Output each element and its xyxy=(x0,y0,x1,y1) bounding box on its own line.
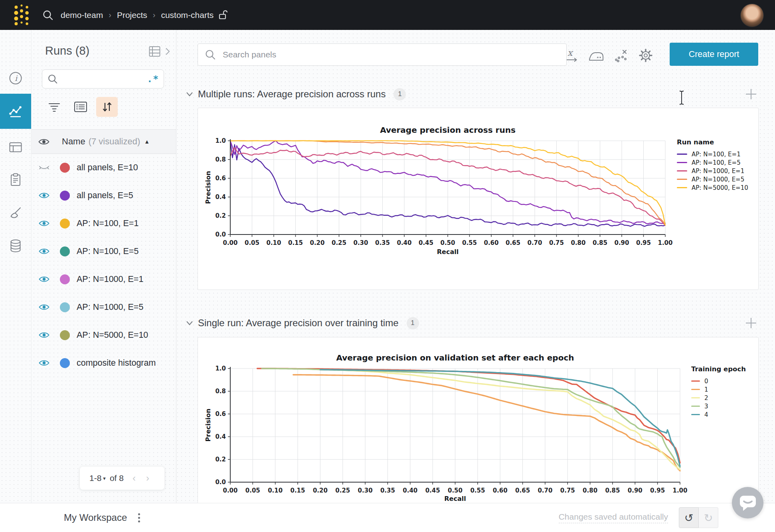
svg-text:0.35: 0.35 xyxy=(375,239,390,246)
x-axis-settings-button[interactable]: x xyxy=(563,47,581,64)
svg-text:0.60: 0.60 xyxy=(493,487,508,494)
autosave-status[interactable]: Changes saved automatically xyxy=(559,512,668,523)
search-icon xyxy=(42,9,54,21)
chart-legend: Training epoch01234 xyxy=(691,365,746,419)
section-header-multiple-runs: Multiple runs: Average precision across … xyxy=(184,86,406,102)
run-visibility-toggle[interactable] xyxy=(32,303,56,311)
run-visibility-toggle[interactable] xyxy=(32,248,56,255)
run-visibility-toggle[interactable] xyxy=(32,164,56,171)
panel-card-average-precision-across-runs[interactable]: 0.000.050.100.150.200.250.300.350.400.45… xyxy=(198,108,759,290)
workspace-selector[interactable]: My Workspace xyxy=(64,512,127,523)
chevron-down-icon xyxy=(186,91,194,97)
gear-icon xyxy=(637,47,654,64)
svg-text:0.45: 0.45 xyxy=(425,487,440,494)
rail-item-overview[interactable]: i xyxy=(0,61,31,95)
outliers-button[interactable] xyxy=(612,47,630,64)
column-header-name[interactable]: Name xyxy=(62,136,85,147)
expand-runs-table-button[interactable] xyxy=(149,46,170,57)
svg-text:0.30: 0.30 xyxy=(353,239,368,246)
regex-toggle[interactable]: .* xyxy=(147,74,159,84)
rail-item-artifacts[interactable] xyxy=(0,229,31,263)
legend-item: 3 xyxy=(691,402,746,410)
section-title[interactable]: Multiple runs: Average precision across … xyxy=(198,89,386,100)
run-list: all panels, E=10all panels, E=5AP: N=100… xyxy=(32,154,176,377)
svg-text:0.6: 0.6 xyxy=(215,175,226,182)
eye-open-icon xyxy=(39,248,49,255)
prev-page-button[interactable]: ‹ xyxy=(132,473,136,484)
legend-item: AP: N=100, E=1 xyxy=(677,150,748,158)
run-row[interactable]: AP: N=1000, E=5 xyxy=(32,293,176,321)
rail-item-sweeps[interactable] xyxy=(0,196,31,230)
breadcrumb-item[interactable]: Projects xyxy=(117,10,147,20)
svg-text:0.8: 0.8 xyxy=(215,388,226,395)
run-search-input[interactable] xyxy=(62,74,147,84)
svg-text:0.65: 0.65 xyxy=(515,487,530,494)
svg-text:0.15: 0.15 xyxy=(290,487,305,494)
legend-item: AP: N=1000, E=1 xyxy=(677,167,748,175)
create-report-button[interactable]: Create report xyxy=(670,43,758,66)
x-axis-icon: x xyxy=(565,47,580,63)
filter-runs-button[interactable] xyxy=(43,97,65,117)
run-visibility-toggle[interactable] xyxy=(32,359,56,366)
run-row[interactable]: all panels, E=10 xyxy=(32,154,176,181)
run-list-header[interactable]: Name (7 visualized) ▲ xyxy=(32,129,176,154)
legend-swatch xyxy=(691,380,700,382)
database-icon xyxy=(8,238,23,254)
breadcrumb-item[interactable]: custom-charts xyxy=(161,10,214,20)
global-search-button[interactable] xyxy=(40,7,56,23)
run-row[interactable]: composite histogram xyxy=(32,349,176,377)
svg-text:0.4: 0.4 xyxy=(215,433,226,440)
next-page-button[interactable]: › xyxy=(146,473,149,484)
eye-open-icon xyxy=(39,331,49,339)
user-avatar[interactable] xyxy=(740,4,764,27)
run-visibility-toggle[interactable] xyxy=(32,192,56,199)
svg-text:Precision: Precision xyxy=(204,171,212,204)
collapse-section-button[interactable] xyxy=(184,318,195,328)
add-panel-button[interactable] xyxy=(743,315,759,331)
group-runs-button[interactable] xyxy=(70,97,91,117)
svg-text:Average precision on validatio: Average precision on validation set afte… xyxy=(336,353,574,363)
chat-support-button[interactable] xyxy=(732,487,763,518)
svg-text:0.85: 0.85 xyxy=(593,239,607,246)
run-visibility-toggle[interactable] xyxy=(32,220,56,227)
legend-swatch xyxy=(691,389,700,390)
project-visibility[interactable] xyxy=(218,9,228,21)
run-search-box: .* xyxy=(42,69,164,89)
smoothing-button[interactable] xyxy=(587,47,605,64)
rail-item-workspace[interactable] xyxy=(0,94,31,129)
eye-icon xyxy=(38,138,49,146)
sort-runs-button[interactable] xyxy=(96,97,118,117)
workspace-menu-button[interactable] xyxy=(136,511,142,525)
unlock-icon xyxy=(218,9,228,21)
run-row[interactable]: AP: N=5000, E=10 xyxy=(32,321,176,349)
run-visibility-toggle[interactable] xyxy=(32,276,56,283)
run-visibility-toggle[interactable] xyxy=(32,331,56,339)
toggle-all-visibility[interactable] xyxy=(32,138,56,146)
panel-search-input[interactable] xyxy=(222,49,560,60)
eye-open-icon xyxy=(39,359,49,366)
collapse-section-button[interactable] xyxy=(184,89,195,99)
rail-item-logs[interactable] xyxy=(0,163,31,197)
run-pagination: 1-8 ▾ of 8 ‹ › xyxy=(80,467,164,490)
add-panel-button[interactable] xyxy=(743,86,759,102)
wandb-logo[interactable] xyxy=(10,4,33,26)
page-size-selector[interactable]: 1-8 ▾ of 8 xyxy=(89,473,124,483)
breadcrumb-item[interactable]: demo-team xyxy=(61,10,103,20)
undo-button[interactable]: ↺ xyxy=(679,507,699,528)
run-row[interactable]: all panels, E=5 xyxy=(32,181,176,209)
redo-button[interactable]: ↻ xyxy=(699,507,718,528)
svg-text:0.8: 0.8 xyxy=(215,156,226,163)
svg-text:0.80: 0.80 xyxy=(571,239,585,246)
sort-asc-icon[interactable]: ▲ xyxy=(144,138,150,145)
svg-text:0.70: 0.70 xyxy=(538,487,552,494)
legend-item: 0 xyxy=(691,377,746,385)
broom-icon xyxy=(8,205,23,221)
legend-label: 3 xyxy=(704,403,708,410)
section-title[interactable]: Single run: Average precision over train… xyxy=(198,317,399,329)
rail-item-tables[interactable] xyxy=(0,130,31,164)
svg-text:0.00: 0.00 xyxy=(223,239,237,246)
run-row[interactable]: AP: N=100, E=1 xyxy=(32,209,176,237)
run-row[interactable]: AP: N=1000, E=1 xyxy=(32,265,176,293)
workspace-settings-button[interactable] xyxy=(637,47,654,64)
run-row[interactable]: AP: N=100, E=5 xyxy=(32,237,176,265)
